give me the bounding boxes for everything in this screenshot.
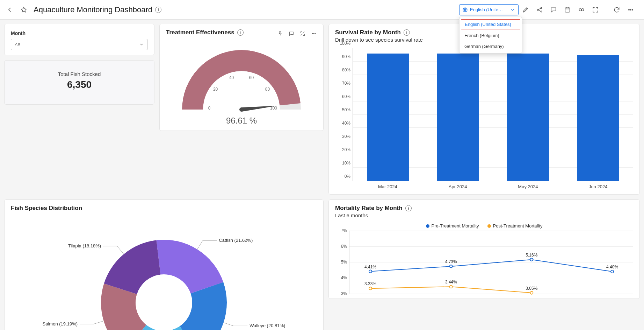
total-fish-value: 6,350 xyxy=(5,79,154,90)
refresh-button[interactable] xyxy=(610,3,624,17)
fullscreen-button[interactable] xyxy=(588,3,602,17)
svg-point-12 xyxy=(315,33,316,34)
svg-point-11 xyxy=(313,33,314,34)
favorite-button[interactable] xyxy=(17,3,31,17)
survival-x-label: Apr 2024 xyxy=(423,181,493,189)
svg-text:0: 0 xyxy=(208,106,211,111)
total-fish-label: Total Fish Stocked xyxy=(5,71,154,77)
mortality-point-label: 4.41% xyxy=(364,265,376,269)
svg-text:80: 80 xyxy=(265,87,270,92)
mortality-point[interactable] xyxy=(450,265,453,268)
donut-slice[interactable] xyxy=(104,240,160,294)
svg-point-5 xyxy=(579,8,581,11)
globe-icon xyxy=(462,7,468,13)
donut-slice[interactable] xyxy=(101,283,146,330)
more-button[interactable] xyxy=(624,3,638,17)
mortality-point[interactable] xyxy=(450,285,453,288)
survival-bar[interactable] xyxy=(437,54,479,181)
language-option-fr[interactable]: French (Belgium) xyxy=(460,30,522,41)
mortality-point[interactable] xyxy=(369,270,372,273)
month-filter-card: Month All xyxy=(4,24,154,55)
svg-point-6 xyxy=(581,8,584,11)
expand-icon[interactable] xyxy=(298,29,307,38)
donut-label: Catfish (21.62%) xyxy=(219,238,253,243)
page-info-icon[interactable]: i xyxy=(155,7,161,13)
svg-point-7 xyxy=(629,9,630,10)
svg-rect-4 xyxy=(565,8,570,12)
survival-bar[interactable] xyxy=(577,55,619,181)
svg-point-19 xyxy=(239,107,244,112)
language-selector[interactable]: English (United St… English (United Stat… xyxy=(459,4,519,15)
language-option-de[interactable]: German (Germany) xyxy=(460,41,522,52)
month-filter-select[interactable]: All xyxy=(11,39,148,50)
chevron-down-icon xyxy=(510,7,515,13)
card-more-icon[interactable] xyxy=(309,29,318,38)
pin-icon[interactable] xyxy=(276,29,285,38)
mortality-title: Mortality Rate by Month xyxy=(335,205,403,212)
share-button[interactable] xyxy=(533,3,547,17)
donut-slice[interactable] xyxy=(156,240,223,294)
back-button[interactable] xyxy=(3,3,17,17)
svg-point-8 xyxy=(630,9,631,10)
donut-slice[interactable] xyxy=(180,282,227,330)
survival-x-label: Mar 2024 xyxy=(353,181,423,189)
mortality-point-label: 5.16% xyxy=(526,253,537,258)
treatment-value: 96.61 % xyxy=(226,116,257,126)
month-filter-value: All xyxy=(15,42,20,47)
month-filter-label: Month xyxy=(11,30,148,36)
mortality-point-label: 3.44% xyxy=(445,280,457,285)
view-button[interactable] xyxy=(574,3,588,17)
mortality-point-label: 4.73% xyxy=(445,260,457,265)
mortality-point-label: 3.33% xyxy=(364,282,376,287)
treatment-info-icon[interactable]: i xyxy=(237,29,244,36)
mortality-line xyxy=(370,260,612,272)
svg-point-2 xyxy=(541,7,542,8)
treatment-title: Treatment Effectiveness xyxy=(166,29,234,36)
language-current: English (United St… xyxy=(470,7,505,12)
mortality-point-label: 4.40% xyxy=(606,265,618,269)
svg-point-1 xyxy=(537,9,538,10)
comment-button[interactable] xyxy=(547,3,560,17)
svg-point-9 xyxy=(632,9,633,10)
mortality-info-icon[interactable]: i xyxy=(405,205,412,211)
donut-label: Walleye (20.81%) xyxy=(249,323,285,328)
svg-point-3 xyxy=(541,11,542,12)
legend-post: Post-Treatment Mortality xyxy=(487,223,543,229)
treatment-gauge: 020406080100 xyxy=(175,40,308,117)
species-card: Fish Species Distribution Catfish (21.62… xyxy=(4,199,324,330)
card-comment-icon[interactable] xyxy=(287,29,296,38)
survival-title: Survival Rate by Month xyxy=(335,29,401,36)
mortality-subtitle: Last 6 months xyxy=(335,212,633,218)
donut-label: Salmon (19.19%) xyxy=(43,321,78,327)
mortality-card: Mortality Rate by Month i Last 6 months … xyxy=(328,199,640,299)
language-button[interactable]: English (United St… xyxy=(459,4,519,15)
language-option-en[interactable]: English (United States) xyxy=(461,19,520,29)
svg-text:40: 40 xyxy=(229,75,234,80)
toolbar-divider xyxy=(606,5,606,14)
language-dropdown: English (United States) French (Belgium)… xyxy=(459,17,522,54)
total-fish-card: Total Fish Stocked 6,350 xyxy=(4,60,154,105)
species-donut: Catfish (21.62%)Walleye (20.81%)Salmon (… xyxy=(14,219,314,330)
legend-pre: Pre-Treatment Mortality xyxy=(426,223,479,229)
survival-info-icon[interactable]: i xyxy=(404,29,410,36)
survival-x-label: May 2024 xyxy=(493,181,563,189)
donut-label: Tilapia (18.18%) xyxy=(68,243,101,248)
mortality-point[interactable] xyxy=(611,270,614,273)
svg-text:60: 60 xyxy=(249,75,254,80)
treatment-card: Treatment Effectiveness i 020406080100 9… xyxy=(159,24,324,131)
edit-button[interactable] xyxy=(519,3,533,17)
svg-point-10 xyxy=(312,33,313,34)
mortality-point-label: 3.05% xyxy=(526,286,537,291)
survival-bar[interactable] xyxy=(367,54,409,181)
species-title: Fish Species Distribution xyxy=(11,205,82,212)
mortality-point[interactable] xyxy=(530,258,533,261)
topbar: Aquaculture Monitoring Dashboard i Engli… xyxy=(0,0,644,20)
survival-bar[interactable] xyxy=(507,54,549,181)
chevron-down-icon xyxy=(139,42,144,47)
svg-text:20: 20 xyxy=(213,87,218,92)
mortality-point[interactable] xyxy=(369,287,372,290)
schedule-button[interactable] xyxy=(560,3,574,17)
survival-x-label: Jun 2024 xyxy=(563,181,633,189)
mortality-point[interactable] xyxy=(530,292,533,294)
page-title: Aquaculture Monitoring Dashboard xyxy=(34,5,152,14)
